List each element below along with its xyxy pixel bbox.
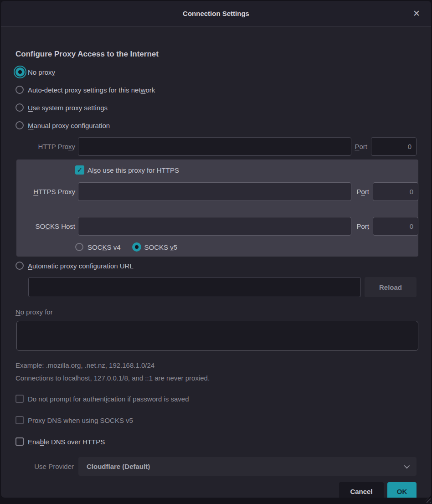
http-proxy-label: HTTP Proxy — [15, 143, 75, 150]
radio-label: Manual proxy configuration — [28, 122, 110, 129]
https-port-label: Port — [356, 188, 369, 195]
ok-button[interactable]: OK — [387, 482, 417, 498]
checkbox-label: Do not prompt for authentication if pass… — [28, 395, 189, 403]
radio-label: Use system proxy settings — [28, 104, 108, 112]
auto-config-url-input[interactable] — [28, 277, 361, 297]
dialog-title: Connection Settings — [183, 10, 249, 17]
radio-label: Automatic proxy configuration URL — [28, 262, 134, 270]
connection-settings-dialog: Connection Settings ✕ Configure Proxy Ac… — [1, 1, 431, 498]
checkbox-enable-doh[interactable]: Enable DNS over HTTPS — [15, 437, 417, 447]
socks-host-label: SOCKS Host — [16, 222, 75, 230]
https-socks-section: ✓ Also use this proxy for HTTPS HTTPS Pr… — [16, 159, 418, 257]
use-provider-label: Use Provider — [15, 463, 74, 470]
radio-selected-icon[interactable] — [132, 242, 141, 252]
doh-provider-row: Use Provider Cloudflare (Default) — [15, 457, 417, 476]
close-icon: ✕ — [413, 9, 420, 18]
close-button[interactable]: ✕ — [410, 7, 423, 20]
no-proxy-for-label: No proxy for — [15, 307, 417, 317]
no-proxy-for-textarea[interactable] — [16, 321, 418, 351]
check-icon: ✓ — [77, 166, 83, 174]
radio-option-no-proxy[interactable]: No proxy — [15, 66, 417, 78]
checkbox-label: Proxy DNS when using SOCKS v5 — [28, 417, 133, 424]
radio-label: Auto-detect proxy settings for this netw… — [28, 86, 155, 94]
checkbox-icon — [15, 395, 24, 403]
checkbox-icon — [15, 416, 24, 424]
auto-config-url-row: Reload — [15, 277, 417, 297]
radio-icon[interactable] — [15, 103, 24, 112]
socks-version-group: SOCKS v4 SOCKS v5 — [16, 242, 418, 252]
also-use-https-checkbox-row[interactable]: ✓ Also use this proxy for HTTPS — [16, 165, 418, 175]
http-port-label: Port — [355, 143, 367, 150]
proxy-mode-group: No proxy Auto-detect proxy settings for … — [15, 66, 417, 131]
radio-selected-icon[interactable] — [15, 67, 25, 77]
socks-port-input[interactable] — [373, 217, 418, 236]
localhost-note-text: Connections to localhost, 127.0.0.1/8, a… — [15, 373, 417, 383]
checkbox-proxy-dns-socks5: Proxy DNS when using SOCKS v5 — [15, 415, 417, 425]
radio-option-auto-config-url[interactable]: Automatic proxy configuration URL — [15, 261, 417, 271]
http-proxy-input[interactable] — [78, 137, 351, 156]
radio-option-auto-detect[interactable]: Auto-detect proxy settings for this netw… — [15, 84, 417, 96]
socks-v5-label: SOCKS v5 — [144, 243, 178, 251]
checkbox-label: Also use this proxy for HTTPS — [87, 166, 179, 174]
provider-selected-value: Cloudflare (Default) — [87, 463, 150, 470]
chevron-down-icon — [404, 463, 410, 469]
https-proxy-input[interactable] — [78, 182, 351, 201]
radio-option-manual-proxy[interactable]: Manual proxy configuration — [15, 119, 417, 131]
dialog-footer: Cancel OK — [15, 482, 417, 498]
radio-icon[interactable] — [15, 86, 24, 94]
socks-host-row: SOCKS Host Port — [16, 217, 418, 236]
dialog-titlebar: Connection Settings ✕ — [1, 1, 431, 26]
connection-settings-dialog-page: Connection Settings ✕ Configure Proxy Ac… — [0, 0, 432, 504]
http-port-input[interactable] — [371, 137, 417, 156]
http-proxy-row: HTTP Proxy Port — [15, 137, 417, 156]
radio-option-system-proxy[interactable]: Use system proxy settings — [15, 102, 417, 113]
https-port-input[interactable] — [373, 182, 418, 201]
socks-host-input[interactable] — [78, 217, 351, 236]
https-proxy-row: HTTPS Proxy Port — [16, 182, 418, 201]
page-title: Configure Proxy Access to the Internet — [15, 49, 417, 60]
no-proxy-example-text: Example: .mozilla.org, .net.nz, 192.168.… — [15, 360, 417, 370]
https-proxy-label: HTTPS Proxy — [16, 188, 75, 195]
radio-icon[interactable] — [75, 243, 83, 251]
radio-label: No proxy — [28, 68, 55, 76]
cancel-button[interactable]: Cancel — [339, 482, 384, 498]
checkbox-no-prompt-auth: Do not prompt for authentication if pass… — [15, 394, 417, 404]
options-group: Do not prompt for authentication if pass… — [15, 394, 417, 447]
radio-icon[interactable] — [15, 121, 24, 129]
checkbox-label: Enable DNS over HTTPS — [28, 438, 105, 446]
provider-dropdown[interactable]: Cloudflare (Default) — [78, 457, 417, 476]
socks-port-label: Port — [356, 222, 369, 230]
checkbox-checked-icon[interactable]: ✓ — [75, 165, 84, 175]
checkbox-icon[interactable] — [15, 437, 24, 446]
dialog-content: Configure Proxy Access to the Internet N… — [1, 49, 431, 498]
reload-button[interactable]: Reload — [365, 277, 417, 297]
radio-icon[interactable] — [15, 262, 24, 270]
socks-v4-label: SOCKS v4 — [87, 243, 121, 251]
